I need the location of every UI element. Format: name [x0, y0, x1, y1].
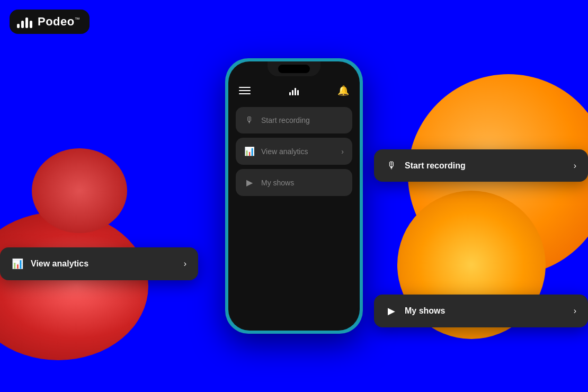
- phone-notch-pill: [278, 65, 310, 73]
- phone-menu-line-2: [239, 90, 251, 91]
- logo-bar-2: [21, 21, 24, 28]
- card-my-shows-label: My shows: [405, 306, 566, 316]
- card-start-recording-label: Start recording: [405, 161, 566, 171]
- phone-container: 🔔 🎙 Start recording 📊 View analytics › ▶: [225, 58, 363, 334]
- phone-my-shows-item[interactable]: ▶ My shows: [236, 169, 352, 196]
- phone-start-recording-item[interactable]: 🎙 Start recording: [236, 107, 352, 133]
- phone-start-recording-label: Start recording: [261, 116, 344, 124]
- phone-inner: 🔔 🎙 Start recording 📊 View analytics › ▶: [228, 61, 360, 331]
- card-start-recording[interactable]: 🎙 Start recording ›: [374, 149, 588, 182]
- logo-bar-4: [30, 21, 32, 28]
- card-start-recording-chevron: ›: [574, 161, 576, 171]
- phone-mic-icon: 🎙: [244, 115, 255, 125]
- phone-logo-bar-1: [289, 92, 291, 95]
- phone-hamburger-icon[interactable]: [239, 87, 251, 94]
- card-my-shows-chevron: ›: [574, 306, 576, 316]
- phone-logo-bar-3: [295, 88, 296, 95]
- card-analytics-icon: 📊: [12, 258, 23, 270]
- app-tm: ™: [75, 16, 81, 22]
- bg-blob-red: [0, 212, 148, 360]
- card-view-analytics[interactable]: 📊 View analytics ›: [0, 247, 198, 280]
- phone-view-analytics-label: View analytics: [261, 147, 335, 156]
- phone-logo-bar-4: [297, 90, 299, 95]
- bg-blob-red-upper: [32, 148, 127, 233]
- logo-container: Podeo™: [10, 10, 90, 34]
- phone-view-analytics-item[interactable]: 📊 View analytics ›: [236, 138, 352, 165]
- card-view-analytics-chevron: ›: [184, 259, 186, 269]
- logo-bar-1: [17, 24, 20, 28]
- app-name-text: Podeo: [38, 15, 75, 28]
- logo-icon: [17, 15, 32, 28]
- card-shows-icon: ▶: [386, 305, 397, 317]
- phone-notch: [268, 61, 320, 76]
- phone-header: 🔔: [228, 81, 360, 103]
- phone-analytics-chevron: ›: [341, 147, 344, 156]
- phone-analytics-icon: 📊: [244, 146, 255, 156]
- phone-my-shows-label: My shows: [261, 179, 344, 187]
- logo-bar-3: [25, 17, 28, 28]
- card-mic-icon: 🎙: [386, 160, 397, 171]
- app-name: Podeo™: [38, 15, 80, 29]
- card-my-shows[interactable]: ▶ My shows ›: [374, 295, 588, 327]
- phone-shows-icon: ▶: [244, 177, 255, 188]
- phone-menu-items: 🎙 Start recording 📊 View analytics › ▶ M…: [228, 103, 360, 200]
- phone-menu-line-3: [239, 93, 251, 94]
- card-view-analytics-label: View analytics: [31, 259, 176, 269]
- phone-screen: 🔔 🎙 Start recording 📊 View analytics › ▶: [228, 61, 360, 331]
- phone-logo-bar-2: [292, 90, 293, 95]
- phone-menu-line-1: [239, 87, 251, 88]
- phone-logo-icon: [289, 86, 299, 95]
- phone-bell-icon[interactable]: 🔔: [337, 85, 349, 96]
- phone-outer: 🔔 🎙 Start recording 📊 View analytics › ▶: [225, 58, 363, 334]
